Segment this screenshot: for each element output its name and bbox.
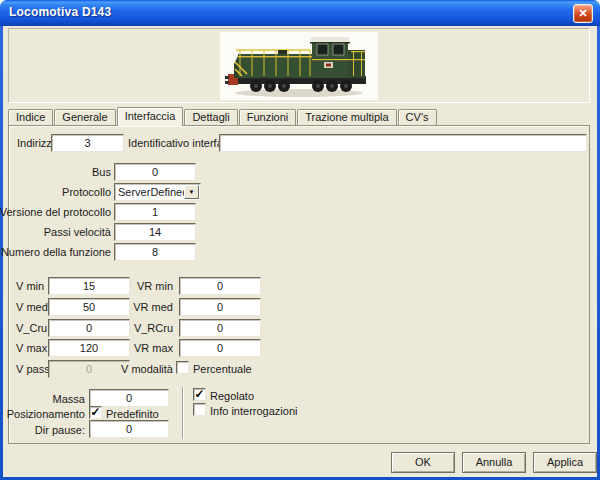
locomotive-photo: [220, 32, 378, 100]
bus-input[interactable]: [114, 163, 196, 181]
protocollo-selected-value: ServerDefined: [118, 186, 188, 198]
v-min-label: V min: [16, 280, 44, 292]
close-icon[interactable]: ✕: [573, 4, 593, 23]
locomotive-image-panel: [8, 28, 590, 103]
v-med-input[interactable]: [48, 298, 130, 316]
vr-med-input[interactable]: [179, 298, 261, 316]
check-icon: ✓: [90, 405, 100, 419]
regolato-checkbox[interactable]: ✓: [193, 388, 206, 401]
identificativo-input[interactable]: [219, 134, 587, 152]
window-title: Locomotiva D143: [9, 5, 111, 19]
dialog-window: Locomotiva D143 ✕: [0, 0, 600, 480]
tab-trazione-multipla[interactable]: Trazione multipla: [297, 109, 396, 125]
ok-button[interactable]: OK: [391, 452, 455, 473]
interfaccia-tab-page: Indirizzo Identificativo interfaccia Bus…: [8, 125, 590, 444]
v-cru-label: V_Cru: [16, 322, 47, 334]
v-modalita-label: V modalità: [121, 363, 173, 375]
group-divider: [182, 387, 184, 439]
posizionamento-label: Posizionamento: [7, 408, 85, 420]
tab-cvs[interactable]: CV's: [398, 109, 437, 125]
info-interrogazioni-checkbox[interactable]: [193, 403, 206, 416]
tab-generale[interactable]: Generale: [54, 109, 115, 125]
chevron-down-icon[interactable]: ▼: [184, 185, 199, 199]
vr-max-input[interactable]: [179, 339, 261, 357]
vr-min-label: VR min: [137, 280, 173, 292]
dir-pause-label: Dir pause:: [35, 424, 85, 436]
passi-velocita-input[interactable]: [114, 223, 196, 241]
versione-input[interactable]: [114, 203, 196, 221]
vr-med-label: VR med: [133, 301, 173, 313]
numero-funzione-input[interactable]: [114, 243, 196, 261]
tab-indice[interactable]: Indice: [8, 109, 53, 125]
massa-label: Massa: [53, 393, 85, 405]
v-rcru-input[interactable]: [179, 319, 261, 337]
predefinito-checkbox[interactable]: ✓: [89, 406, 102, 419]
check-icon: ✓: [194, 387, 204, 401]
title-bar: Locomotiva D143 ✕: [0, 0, 600, 26]
v-cru-input[interactable]: [48, 319, 130, 337]
annulla-button[interactable]: Annulla: [462, 452, 526, 473]
predefinito-label: Predefinito: [106, 408, 159, 420]
tab-strip: Indice Generale Interfaccia Dettagli Fun…: [8, 106, 438, 125]
regolato-label: Regolato: [210, 390, 254, 402]
percentuale-label: Percentuale: [193, 363, 252, 375]
dir-pause-input[interactable]: [89, 420, 169, 438]
versione-label: Versione del protocollo: [0, 206, 111, 218]
v-med-label: V med: [16, 301, 48, 313]
tab-funzioni[interactable]: Funzioni: [239, 109, 297, 125]
passi-velocita-label: Passi velocità: [44, 226, 111, 238]
v-min-input[interactable]: [48, 277, 130, 295]
v-max-input[interactable]: [48, 339, 130, 357]
indirizzo-input[interactable]: [51, 134, 124, 152]
vr-min-input[interactable]: [179, 277, 261, 295]
v-rcru-label: V_RCru: [134, 322, 173, 334]
dialog-client-area: Indice Generale Interfaccia Dettagli Fun…: [3, 26, 597, 477]
percentuale-checkbox[interactable]: [176, 361, 189, 374]
applica-button[interactable]: Applica: [533, 452, 597, 473]
info-interrogazioni-label: Info interrogazioni: [210, 405, 297, 417]
protocollo-select[interactable]: ServerDefined ▼: [114, 183, 201, 201]
v-passi-input: [48, 360, 130, 378]
bus-label: Bus: [92, 166, 111, 178]
v-max-label: V max: [16, 342, 47, 354]
tab-interfaccia[interactable]: Interfaccia: [117, 107, 184, 126]
v-passi-label: V passi: [16, 363, 52, 375]
numero-funzione-label: Numero della funzione: [1, 246, 111, 258]
massa-input[interactable]: [89, 389, 169, 407]
protocollo-label: Protocollo: [62, 186, 111, 198]
tab-dettagli[interactable]: Dettagli: [184, 109, 237, 125]
vr-max-label: VR max: [134, 342, 173, 354]
